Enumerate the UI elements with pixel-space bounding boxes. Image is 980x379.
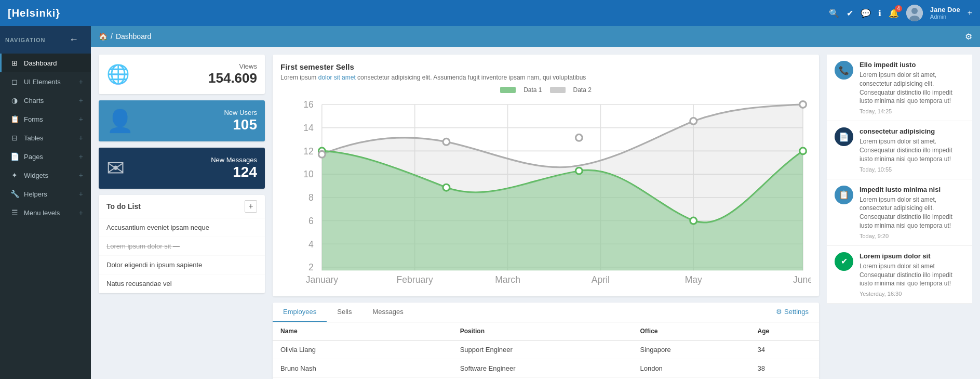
sidebar-item-helpers[interactable]: 🔧 Helpers +	[0, 185, 91, 203]
todo-item-4: Natus recusandae vel	[99, 275, 265, 293]
chart-link[interactable]: dolor sit amet	[318, 74, 356, 81]
widgets-icon: ✦	[9, 171, 20, 179]
views-value: 154.609	[208, 70, 257, 86]
nav-label: Navigation	[5, 37, 45, 43]
notif-title-2: consectetur adipisicing	[860, 127, 964, 135]
todo-header: To do List +	[99, 195, 265, 218]
bell-badge: 4	[895, 5, 902, 12]
bell-icon[interactable]: 🔔 4	[889, 8, 899, 18]
notification-4: ✔ Lorem ipsum dolor sit Lorem ipsum dolo…	[827, 246, 972, 304]
svg-text:February: February	[397, 275, 433, 285]
chat-icon[interactable]: 💬	[861, 8, 871, 18]
sidebar-item-charts[interactable]: ◑ Charts +	[0, 91, 91, 110]
sidebar-item-tables[interactable]: ⊟ Tables +	[0, 128, 91, 147]
sidebar: Navigation ← ⊞ Dashboard ◻ UI Elements +…	[0, 26, 91, 379]
settings-gear-icon[interactable]: ⚙	[965, 32, 972, 42]
svg-point-34	[800, 101, 807, 108]
notif-content-4: Lorem ipsum dolor sit Lorem ipsum dolor …	[860, 252, 964, 297]
user-role: Admin	[930, 14, 960, 20]
messages-label: New Messages	[211, 156, 257, 164]
notif-content-3: Impedit iusto minima nisi Lorem ipsum do…	[860, 186, 964, 239]
chart-legend: Data 1 Data 2	[280, 86, 811, 94]
notif-text-1: Lorem ipsum dolor sit amet, consectetur …	[860, 71, 964, 106]
avatar[interactable]	[906, 5, 923, 21]
sidebar-item-widgets-label: Widgets	[24, 172, 48, 179]
info-icon[interactable]: ℹ	[878, 8, 881, 18]
brand-logo: [Helsinki}	[8, 7, 60, 19]
users-value: 105	[224, 116, 257, 133]
charts-icon: ◑	[9, 96, 20, 104]
todo-card: To do List + Accusantium eveniet ipsam n…	[99, 195, 265, 293]
sidebar-item-tables-label: Tables	[24, 134, 44, 142]
svg-point-30	[318, 151, 325, 158]
sidebar-item-menu-levels[interactable]: ☰ Menu levels +	[0, 203, 91, 222]
center-column: First semester Sells Lorem ipsum dolor s…	[273, 55, 819, 371]
notif-text-2: Lorem ipsum dolor sit amet. Consequatur …	[860, 137, 964, 163]
views-label: Views	[208, 62, 257, 70]
tab-messages[interactable]: Messages	[363, 303, 414, 322]
tab-settings[interactable]: ⚙ Settings	[766, 303, 819, 322]
svg-point-33	[690, 118, 697, 125]
table-card: Employees Sells Messages ⚙ Settings Name…	[273, 303, 819, 379]
notif-text-4: Lorem ipsum dolor sit amet Consequatur d…	[860, 262, 964, 288]
sidebar-item-dashboard[interactable]: ⊞ Dashboard	[0, 54, 91, 72]
svg-text:6: 6	[308, 216, 314, 226]
chart-subtitle: Lorem ipsum dolor sit amet consectetur a…	[280, 74, 811, 81]
table-row: Bruno Nash Software Engineer London 38	[273, 359, 819, 378]
search-icon[interactable]: 🔍	[829, 8, 839, 18]
notif-content-2: consectetur adipisicing Lorem ipsum dolo…	[860, 127, 964, 172]
user-name: Jane Doe	[930, 6, 960, 14]
sidebar-item-forms[interactable]: 📋 Forms +	[0, 110, 91, 128]
notif-time-4: Yesterday, 16:30	[860, 291, 964, 297]
notif-title-3: Impedit iusto minima nisi	[860, 186, 964, 193]
widgets-plus-icon: +	[79, 171, 83, 179]
tables-plus-icon: +	[79, 134, 83, 142]
pages-icon: 📄	[9, 152, 20, 161]
sidebar-item-pages[interactable]: 📄 Pages +	[0, 147, 91, 166]
charts-plus-icon: +	[79, 96, 83, 104]
todo-add-button[interactable]: +	[245, 200, 257, 213]
svg-text:12: 12	[303, 146, 314, 156]
sidebar-toggle-button[interactable]: ←	[62, 30, 86, 49]
pages-plus-icon: +	[79, 152, 83, 161]
menu-levels-plus-icon: +	[79, 208, 83, 217]
sidebar-item-ui-label: UI Elements	[24, 78, 61, 86]
svg-text:10: 10	[303, 169, 314, 179]
navbar: [Helsinki} 🔍 ✔ 💬 ℹ 🔔 4 Jane Doe Admin +	[0, 0, 980, 26]
todo-item-1: Accusantium eveniet ipsam neque	[99, 218, 265, 237]
ui-elements-icon: ◻	[9, 77, 20, 86]
breadcrumb: 🏠 / Dashboard	[99, 32, 151, 41]
tab-sells[interactable]: Sells	[327, 303, 362, 322]
svg-text:May: May	[685, 275, 702, 285]
sidebar-item-helpers-label: Helpers	[24, 190, 47, 198]
plus-icon[interactable]: +	[968, 8, 972, 18]
svg-point-1	[911, 8, 918, 14]
col-name: Name	[273, 322, 452, 341]
notif-time-1: Today, 14:25	[860, 108, 964, 114]
notif-icon-clipboard: 📋	[835, 186, 853, 204]
sidebar-item-widgets[interactable]: ✦ Widgets +	[0, 166, 91, 185]
tab-employees[interactable]: Employees	[273, 303, 327, 322]
messages-value: 124	[211, 164, 257, 180]
sidebar-item-ui-elements[interactable]: ◻ UI Elements +	[0, 72, 91, 91]
notif-time-2: Today, 10:55	[860, 166, 964, 173]
svg-point-27	[575, 167, 582, 174]
checkmark-icon[interactable]: ✔	[847, 8, 853, 18]
svg-point-31	[443, 138, 450, 145]
notification-3: 📋 Impedit iusto minima nisi Lorem ipsum …	[827, 179, 972, 246]
table-row: Olivia Liang Support Engineer Singapore …	[273, 341, 819, 359]
todo-item-2: Lorem ipsum dolor sit —	[99, 237, 265, 256]
topbar: 🏠 / Dashboard ⚙	[91, 26, 980, 47]
home-icon: 🏠	[99, 32, 108, 41]
svg-text:2: 2	[308, 262, 314, 272]
legend-data2-box	[550, 87, 566, 93]
envelope-icon: ✉	[106, 155, 125, 181]
stat-card-messages: ✉ New Messages 124	[99, 148, 265, 189]
helpers-plus-icon: +	[79, 190, 83, 198]
employees-table: Name Position Office Age Olivia Liang Su…	[273, 322, 819, 379]
main-content: 🌐 Views 154.609 👤 New Users 105	[91, 47, 980, 379]
sidebar-item-dashboard-label: Dashboard	[24, 59, 57, 67]
todo-item-3: Dolor eligendi in ipsum sapiente	[99, 256, 265, 275]
notif-content-1: Ello impedit iusto Lorem ipsum dolor sit…	[860, 61, 964, 114]
forms-icon: 📋	[9, 115, 20, 123]
